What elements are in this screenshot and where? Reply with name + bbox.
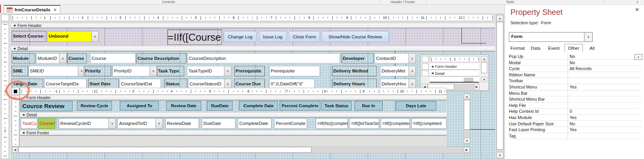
property-row[interactable]: Ribbon Name — [508, 72, 641, 78]
chevron-down-icon[interactable]: ∨ — [224, 66, 232, 76]
expression-textbox-2[interactable]: =IIf([txtTaskSta — [349, 118, 379, 129]
tab-other[interactable]: Other — [564, 44, 583, 52]
property-row[interactable]: Cycle All Records — [508, 66, 641, 72]
tab-format[interactable]: Format — [508, 45, 527, 51]
chevron-down-icon[interactable]: ∨ — [150, 66, 157, 76]
moduleid-combo[interactable]: ModuleID∨ — [36, 53, 67, 63]
property-value[interactable] — [568, 133, 641, 139]
close-property-sheet-icon[interactable]: ✕ — [635, 7, 639, 13]
property-value[interactable] — [568, 90, 641, 96]
scroll-left-icon[interactable]: ◀ — [12, 147, 18, 153]
scroll-up-icon[interactable]: ▲ — [496, 15, 503, 21]
chevron-down-icon[interactable]: ∨ — [156, 118, 163, 129]
smeid-combo[interactable]: SMEID∨ — [28, 66, 85, 76]
property-value[interactable] — [568, 96, 641, 102]
property-row[interactable]: Help File — [508, 103, 641, 109]
scroll-up-icon[interactable]: ▲ — [481, 56, 487, 61]
tab-event[interactable]: Event — [546, 45, 562, 51]
due-date-textbox[interactable]: DueDate — [202, 118, 235, 129]
form-header-bar[interactable]: ◀ Form Header — [11, 23, 495, 28]
horizontal-ruler[interactable]: 123456789101112 — [11, 14, 493, 21]
complete-date-textbox[interactable]: CompleteDate — [238, 118, 271, 129]
property-value[interactable]: Yes — [568, 127, 641, 133]
tab-data[interactable]: Data — [528, 45, 543, 51]
property-value[interactable] — [568, 72, 641, 78]
property-row[interactable]: Toolbar — [508, 78, 641, 84]
subform-form-header-bar[interactable]: ◀ Form Header — [20, 95, 447, 100]
property-row[interactable]: Shortcut Menu Bar — [508, 96, 641, 103]
mini-vscroll-thumb[interactable] — [481, 62, 487, 73]
contactid-combo[interactable]: ContactID∨ — [374, 53, 416, 63]
property-dropdown-button[interactable]: ∨ — [634, 54, 642, 60]
scroll-right-icon[interactable]: ▶ — [464, 147, 470, 153]
close-tab-icon[interactable]: ✕ — [53, 7, 57, 13]
scroll-down-icon[interactable]: ▼ — [496, 152, 503, 158]
property-value[interactable]: Yes — [568, 84, 641, 90]
chevron-down-icon[interactable]: ∨ — [409, 66, 416, 76]
property-value[interactable]: No — [568, 121, 641, 127]
property-row[interactable]: Use Default Paper Size No — [508, 121, 641, 127]
subform-hscroll-thumb[interactable] — [18, 147, 311, 153]
expression-textbox-1[interactable]: =IIf(Nz([complete — [316, 118, 348, 129]
mini-ruler-corner[interactable] — [422, 56, 429, 62]
delivery-method-combo[interactable]: DeliveryMet∨ — [380, 66, 416, 76]
chevron-down-icon[interactable]: ∨ — [584, 33, 592, 42]
chevron-down-icon[interactable]: ∨ — [91, 31, 99, 42]
priorityid-combo[interactable]: ProrityID∨ — [112, 66, 157, 76]
property-row[interactable]: Pop Up No — [508, 54, 641, 60]
property-value[interactable]: No — [568, 60, 641, 66]
subform-form-footer-bar[interactable]: ◀ Form Footer — [20, 130, 447, 136]
subform-detail-bar[interactable]: ◀ Detail — [20, 112, 447, 117]
assigned-to-combo[interactable]: AssignedToID∨ — [118, 118, 163, 129]
show-hide-course-review-button[interactable]: Show/Hide Course Review — [322, 31, 389, 42]
tab-frmcoursedetails[interactable]: frmCourseDetails ✕ — [4, 5, 60, 14]
mini-detail-bar[interactable]: ◀ Detail — [430, 70, 479, 76]
course-expression-textbox[interactable]: =IIf([Course — [167, 29, 222, 45]
chevron-down-icon[interactable]: ∨ — [59, 53, 67, 63]
property-value[interactable]: No — [568, 54, 641, 60]
scroll-down-icon[interactable]: ▼ — [464, 138, 470, 143]
property-row[interactable]: Has Module Yes — [508, 115, 641, 121]
ribbon-collapse-icon[interactable]: ∧ — [636, 0, 639, 4]
review-cycle-combo[interactable]: ReviewCycleID∨ — [59, 118, 116, 129]
mini-form-header-bar[interactable]: ◀ Form Header — [430, 63, 479, 70]
main-vscroll-thumb[interactable] — [496, 22, 503, 150]
ruler-corner[interactable] — [1, 14, 9, 21]
scroll-down-icon[interactable]: ▼ — [481, 77, 487, 82]
subform-vscroll-thumb[interactable] — [464, 100, 470, 130]
chevron-down-icon[interactable]: ∨ — [109, 118, 116, 129]
expression-textbox-3[interactable]: =IIf([completed — [381, 118, 410, 129]
scroll-right-icon[interactable]: ▶ — [474, 84, 479, 90]
scroll-up-icon[interactable]: ▲ — [464, 94, 470, 99]
detail-bar[interactable]: ◀ Detail — [11, 46, 495, 51]
issue-log-button[interactable]: Issue Log — [259, 31, 286, 42]
subform-horizontal-ruler[interactable]: 1234567891011 — [20, 88, 447, 95]
property-value[interactable] — [568, 78, 641, 84]
property-value[interactable]: All Records — [568, 66, 641, 72]
review-date-textbox[interactable]: ReviewDate — [165, 118, 199, 129]
mini-horizontal-ruler[interactable]: 1 — [430, 56, 479, 62]
course-textbox[interactable]: Course — [90, 53, 136, 63]
tasktypeid-combo[interactable]: TaskTypeID∨ — [187, 66, 232, 76]
courseid-highlighted-textbox[interactable]: CourseID — [38, 118, 55, 129]
subform-vertical-ruler[interactable] — [12, 96, 19, 146]
task-cycle-textbox[interactable]: TaskCy — [21, 118, 37, 129]
property-value[interactable] — [568, 103, 641, 108]
chevron-down-icon[interactable]: ∨ — [409, 53, 416, 63]
property-row[interactable]: Menu Bar — [508, 90, 641, 97]
close-form-button[interactable]: Close Form — [289, 31, 320, 42]
percent-complete-textbox[interactable]: PercentComple — [274, 118, 307, 129]
select-course-combo[interactable]: Unbound ∨ — [47, 31, 99, 42]
property-value[interactable]: 0 — [568, 108, 641, 114]
object-selector-combo[interactable]: Form ∨ — [509, 32, 593, 42]
mini-section-selector[interactable] — [422, 70, 429, 76]
expression-textbox-4[interactable]: =IIf([completed — [411, 118, 447, 129]
mini-section-selector[interactable] — [422, 63, 429, 70]
tab-all[interactable]: All — [587, 45, 597, 51]
property-row[interactable]: Fast Laser Printing Yes — [508, 127, 641, 133]
change-log-button[interactable]: Change Log — [224, 31, 257, 42]
property-row[interactable]: Help Context Id 0 — [508, 108, 641, 115]
property-row[interactable]: Shortcut Menu Yes — [508, 84, 641, 90]
course-description-textbox[interactable]: CourseDescription — [187, 53, 340, 63]
property-value[interactable]: Yes — [568, 115, 641, 121]
